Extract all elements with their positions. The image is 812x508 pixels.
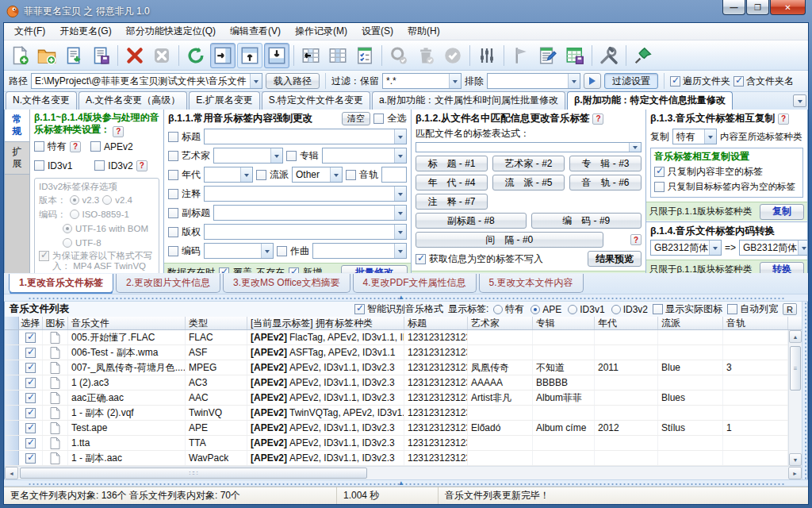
include-folder-name-checkbox[interactable]: [733, 76, 744, 87]
row-selector[interactable]: [5, 360, 19, 375]
table-row-5[interactable]: 1 - 副本 (2).vqfTwinVQ[APEv2]TwinVQTag, AP…: [5, 406, 788, 421]
help-icon[interactable]: [70, 141, 81, 152]
sub-tab-2[interactable]: 3.更改MS Office文档摘要: [223, 274, 350, 293]
panel-down-button[interactable]: [264, 43, 289, 68]
row-checkbox[interactable]: [25, 408, 36, 418]
b11-title-checkbox[interactable]: [168, 132, 178, 142]
columns-select-button[interactable]: [325, 43, 350, 68]
row-selector[interactable]: [5, 421, 19, 435]
help-icon[interactable]: [778, 114, 789, 125]
row-check-cell[interactable]: [19, 421, 43, 435]
row-selector[interactable]: [5, 436, 19, 450]
row-checkbox[interactable]: [25, 348, 36, 358]
verify-all-button[interactable]: [440, 43, 465, 68]
kind-apev2-checkbox[interactable]: [90, 141, 101, 152]
column-header-10[interactable]: 音轨: [723, 317, 788, 329]
chevron-down-icon[interactable]: [250, 74, 262, 88]
b11-album-value[interactable]: [323, 148, 394, 163]
b11-encoder-value[interactable]: [205, 244, 261, 258]
b11-comment-checkbox[interactable]: [168, 189, 178, 199]
help-icon[interactable]: [113, 126, 124, 137]
exclude-filter-combo[interactable]: [487, 73, 580, 89]
filter-settings-button[interactable]: 过滤设置: [604, 73, 658, 89]
keep-filter-value[interactable]: *.*: [383, 74, 449, 88]
chevron-down-icon[interactable]: [394, 187, 406, 201]
vertical-splitter[interactable]: [802, 302, 808, 479]
exclude-filter-value[interactable]: [488, 74, 568, 88]
row-check-cell[interactable]: [19, 375, 43, 390]
horizontal-scroll-track[interactable]: [367, 467, 788, 479]
b12-preview-button[interactable]: 结果预览: [588, 251, 642, 267]
keep-filter-combo[interactable]: *.*: [382, 73, 462, 89]
maximize-button[interactable]: ❐: [746, 0, 769, 15]
main-tab-3[interactable]: S.特定文件文件名变更: [262, 91, 370, 110]
refresh-button[interactable]: [183, 43, 209, 68]
b11-composer-combo[interactable]: [312, 243, 407, 259]
real-icons-option[interactable]: 显示实际图标: [653, 302, 722, 316]
b13-copy-button[interactable]: 复制: [760, 204, 804, 220]
sub-tab-0[interactable]: 1.更改音乐文件标签: [9, 274, 113, 293]
pin-button[interactable]: [630, 43, 656, 68]
b11-year-value[interactable]: [205, 167, 240, 182]
version-v23-radio[interactable]: [70, 195, 79, 205]
row-check-cell[interactable]: [19, 406, 43, 420]
chevron-down-icon[interactable]: [629, 143, 641, 152]
horizontal-scroll-thumb[interactable]: ⸬⸬: [20, 468, 367, 479]
b14-convert-button[interactable]: 转换: [760, 262, 804, 274]
chevron-down-icon[interactable]: [270, 148, 282, 163]
chevron-down-icon[interactable]: [704, 129, 716, 144]
checklist-button[interactable]: [352, 43, 377, 68]
row-check-cell[interactable]: [19, 330, 43, 344]
kind-id3v1-checkbox[interactable]: [34, 160, 44, 171]
b14-to-value[interactable]: GB2312简体: [740, 241, 798, 255]
row-checkbox[interactable]: [25, 438, 36, 448]
row-selector[interactable]: [5, 406, 19, 420]
vertical-scrollbar[interactable]: ▲ ≡ ▼: [788, 330, 802, 466]
b14-from-value[interactable]: GB2312简体: [651, 241, 709, 255]
show-tag-option-2[interactable]: ID3v1: [568, 304, 604, 315]
b13-source-value[interactable]: 特有: [673, 129, 704, 144]
chevron-down-icon[interactable]: [394, 148, 406, 163]
b11-copyright-value[interactable]: [205, 225, 394, 239]
tools-button[interactable]: [596, 43, 622, 68]
chevron-down-icon[interactable]: [261, 244, 273, 258]
show-tag-radio-1[interactable]: [530, 305, 540, 314]
path-combo[interactable]: E:\MyProject\@菲菲更名宝贝测试文件夹\音乐文件: [31, 73, 262, 89]
b11-clear-button[interactable]: 清空: [342, 112, 370, 125]
row-checkbox[interactable]: [25, 453, 36, 464]
show-tag-radio-2[interactable]: [568, 305, 577, 314]
column-header-1[interactable]: 图标: [43, 317, 68, 329]
main-tab-1[interactable]: A.文件名变更（高级）: [79, 91, 187, 110]
chevron-down-icon[interactable]: [394, 244, 406, 258]
b11-composer-value[interactable]: [313, 244, 394, 258]
import-list-button[interactable]: [61, 43, 86, 68]
row-selector[interactable]: [5, 330, 19, 344]
b11-subtitle-value[interactable]: [214, 206, 394, 220]
b11-subtitle-checkbox[interactable]: [168, 208, 178, 218]
kind-proprietary-checkbox[interactable]: [34, 141, 44, 152]
row-check-cell[interactable]: [19, 451, 43, 465]
main-tab-0[interactable]: N.文件名变更: [6, 91, 77, 110]
side-tab-extended[interactable]: 扩展: [5, 142, 29, 175]
new-file-button[interactable]: [7, 43, 33, 68]
include-folder-name-option[interactable]: 含文件夹名: [733, 75, 794, 88]
smart-detect-option[interactable]: 智能识别音乐格式: [354, 302, 443, 316]
flag-button[interactable]: [508, 43, 534, 68]
scroll-right-button[interactable]: ►: [788, 467, 802, 479]
table-row-2[interactable]: 007-_凤凰传奇-荷塘月色....MPEG[APEv2]APEv2, ID3v…: [5, 360, 788, 375]
b14-from-combo[interactable]: GB2312简体: [650, 240, 722, 256]
help-icon[interactable]: [136, 160, 147, 171]
b12-expression-combo[interactable]: [416, 142, 642, 152]
b11-track-input[interactable]: [381, 167, 407, 183]
show-tag-option-1[interactable]: APE: [530, 304, 561, 315]
b13-source-combo[interactable]: 特有: [672, 129, 717, 144]
b12-skip-empty-checkbox[interactable]: [416, 254, 426, 264]
main-tab-2[interactable]: E.扩展名变更: [189, 91, 259, 110]
column-header-3[interactable]: 类型: [186, 317, 247, 329]
horizontal-splitter-top[interactable]: [4, 294, 808, 302]
table-row-1[interactable]: 006-Test - 副本.wmaASF[APEv2]ASFTag, APEv2…: [5, 345, 788, 360]
b12-expression-value[interactable]: [416, 143, 629, 152]
filter-sliders-button[interactable]: [474, 43, 500, 68]
show-tag-option-0[interactable]: 特有: [493, 302, 524, 316]
show-tag-radio-3[interactable]: [611, 305, 621, 314]
